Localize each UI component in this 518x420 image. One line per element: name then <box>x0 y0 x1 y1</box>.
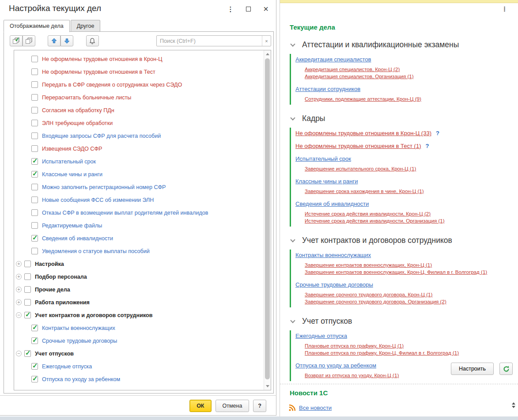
checkbox[interactable] <box>31 107 38 114</box>
task-item-link[interactable]: Истечение срока действия инвалидности, К… <box>305 210 518 217</box>
tree-item-row[interactable]: ЭЛН требующие обработки <box>15 117 263 129</box>
tree-item-row[interactable]: Можно заполнить регистрационный номер СФ… <box>15 181 263 193</box>
checkbox[interactable] <box>31 145 38 152</box>
task-item-link[interactable]: Завершение контрактов военнослужащих, Кр… <box>305 261 518 269</box>
move-up-button[interactable] <box>48 35 60 46</box>
tree-scrollbar[interactable] <box>264 50 271 390</box>
collapse-icon[interactable]: − <box>16 312 22 318</box>
task-item-link[interactable]: Завершение срока нахождения в чине, Крон… <box>305 188 518 195</box>
task-group-link[interactable]: Срочные трудовые договоры <box>295 281 373 288</box>
section-header[interactable]: Аттестации и квалификационные экзамены <box>291 40 518 49</box>
check-all-button[interactable]: ✓ <box>10 35 23 46</box>
tree-item-row[interactable]: Не оформлены трудовые отношения в Тест <box>15 65 263 78</box>
close-icon[interactable]: × <box>260 4 272 14</box>
checkbox[interactable] <box>31 197 38 203</box>
collapse-icon[interactable]: − <box>16 351 22 356</box>
task-group-link[interactable]: Аккредитация специалистов <box>295 56 371 63</box>
help-button[interactable]: ? <box>253 400 266 412</box>
tree-item-row[interactable]: Новые сообщения ФСС об изменении ЭЛН <box>15 193 263 206</box>
tree-item-row[interactable]: Ежегодные отпуска <box>15 360 263 373</box>
tree-item-row[interactable]: Не оформлены трудовые отношения в Крон-Ц <box>15 53 263 65</box>
task-item-link[interactable]: Аккредитация специалистов, Крон-Ц (2) <box>305 66 518 73</box>
checkbox[interactable] <box>31 94 38 101</box>
move-down-button[interactable] <box>60 35 73 46</box>
task-item-link[interactable]: Завершение контрактов военнослужащих, Кр… <box>305 269 518 276</box>
task-item-link[interactable]: Завершение срочного трудового договора, … <box>305 291 518 298</box>
tree-group-row[interactable]: −Учет контрактов и договоров сотрудников <box>15 309 263 322</box>
tree-item-row[interactable]: Уведомления о статусе выплаты пособий <box>15 245 263 257</box>
section-header[interactable]: Учет отпусков <box>291 316 518 326</box>
cancel-button[interactable]: Отмена <box>216 400 250 412</box>
expand-icon[interactable]: + <box>16 287 22 292</box>
tree-item-row[interactable]: Контракты военнослужащих <box>15 322 263 334</box>
checkbox[interactable] <box>31 56 38 62</box>
help-question-icon[interactable]: ? <box>436 130 439 136</box>
all-news-link[interactable]: Все новости <box>299 405 332 411</box>
checkbox[interactable] <box>31 81 38 88</box>
checkbox[interactable] <box>24 299 31 306</box>
tab-displayed-tasks[interactable]: Отображаемые дела <box>4 20 70 32</box>
checkbox[interactable] <box>31 158 38 165</box>
tree-item-row[interactable]: Отказы СФР в возмещении выплат родителям… <box>15 206 263 219</box>
checkbox[interactable] <box>31 171 38 178</box>
tree-item-row[interactable]: Редактируемые файлы <box>15 219 263 232</box>
checkbox[interactable] <box>31 184 38 190</box>
help-question-icon[interactable]: ? <box>426 143 429 149</box>
checkbox[interactable] <box>31 325 38 331</box>
ok-button[interactable]: ОК <box>189 400 211 412</box>
task-group-link[interactable]: Не оформлены трудовые отношения в Крон-Ц… <box>295 130 431 136</box>
section-header[interactable]: Кадры <box>291 114 518 123</box>
checkbox[interactable] <box>31 376 38 382</box>
checkbox[interactable] <box>31 337 38 344</box>
task-group-link[interactable]: Не оформлены трудовые отношения в Тест (… <box>295 143 421 149</box>
expand-icon[interactable]: + <box>16 274 22 280</box>
checkbox[interactable] <box>24 312 31 318</box>
task-group-link[interactable]: Классные чины и ранги <box>295 178 358 185</box>
task-group-link[interactable]: Аттестации сотрудников <box>295 86 360 92</box>
tree-group-row[interactable]: +Прочие дела <box>15 283 263 296</box>
checkbox[interactable] <box>31 209 38 216</box>
checkbox[interactable] <box>24 286 31 293</box>
tree-item-row[interactable]: Отпуска по уходу за ребенком <box>15 373 263 386</box>
task-group-link[interactable]: Контракты военнослужащих <box>295 252 371 258</box>
checkbox[interactable] <box>24 261 31 267</box>
checkbox[interactable] <box>31 363 38 370</box>
uncheck-all-button[interactable] <box>23 35 35 46</box>
checkbox[interactable] <box>31 68 38 75</box>
window-menu-icon[interactable]: ⋮ <box>225 4 236 14</box>
task-group-link[interactable]: Сведения об инвалидности <box>295 201 369 207</box>
checkbox[interactable] <box>24 273 31 280</box>
checkbox[interactable] <box>31 235 38 242</box>
search-input[interactable] <box>157 36 262 46</box>
configure-button[interactable]: Настроить <box>451 363 494 375</box>
tree-item-row[interactable]: Согласия на обработку ПДн <box>15 104 263 117</box>
checkbox[interactable] <box>31 120 38 126</box>
chevron-down-icon[interactable] <box>291 42 295 47</box>
checkbox[interactable] <box>31 222 38 229</box>
scrollbar-thumb[interactable] <box>265 58 270 379</box>
scroll-down-icon[interactable] <box>266 385 269 387</box>
refresh-button[interactable] <box>499 363 513 375</box>
tree-item-row[interactable]: Испытательный срок <box>15 155 263 168</box>
tree-group-row[interactable]: +Подбор персонала <box>15 270 263 283</box>
tree-item-row[interactable]: Срочные трудовые договоры <box>15 334 263 347</box>
scroll-up-icon[interactable] <box>266 53 269 55</box>
tree-item-row[interactable]: Классные чины и ранги <box>15 168 263 181</box>
chevron-down-icon[interactable] <box>291 116 295 121</box>
task-group-link[interactable]: Испытательный срок <box>295 155 351 162</box>
tree-item-row[interactable]: Входящие запросы СФР для расчета пособий <box>15 129 263 142</box>
tree-item-row[interactable]: Перерасчитать больничные листы <box>15 91 263 104</box>
task-item-link[interactable]: Сотрудники, подлежащие аттестации, Крон-… <box>305 95 518 102</box>
tree-item-row[interactable]: Сведения об инвалидности <box>15 232 263 245</box>
chevron-down-icon[interactable] <box>291 238 295 242</box>
notifications-button[interactable] <box>86 35 99 46</box>
tree-group-row[interactable]: +Настройка <box>15 257 263 270</box>
task-item-link[interactable]: Завершение испытательного срока, Крон-Ц … <box>305 165 518 172</box>
scroll-spinner[interactable] <box>512 402 515 408</box>
chevron-down-icon[interactable] <box>291 319 295 323</box>
expand-icon[interactable]: + <box>16 261 22 267</box>
tree-item-row[interactable]: Извещения СЭДО СФР <box>15 142 263 155</box>
task-item-link[interactable]: Плановые отпуска по графику, Крон-Ц. Фил… <box>305 349 518 356</box>
task-item-link[interactable]: Аккредитация специалистов, Организация (… <box>305 73 518 80</box>
task-item-link[interactable]: Плановые отпуска по графику, Крон-Ц (1) <box>305 342 518 349</box>
